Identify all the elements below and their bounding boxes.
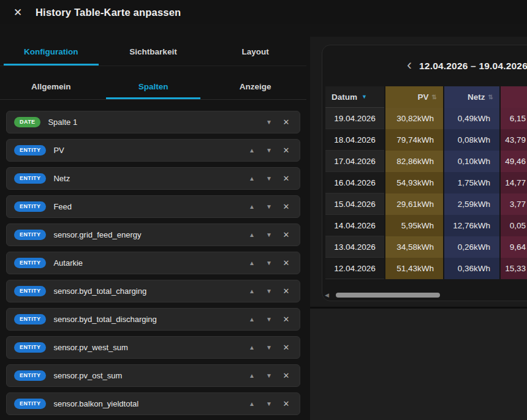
column-label: sensor.grid_feed_energy bbox=[53, 230, 141, 239]
cell-pv: 51,43kWh bbox=[384, 258, 443, 279]
cell-netz: 0,08kWh bbox=[443, 129, 499, 151]
date-badge: DATE bbox=[14, 117, 40, 127]
move-up-icon[interactable]: ▲ bbox=[243, 142, 260, 159]
header-feed[interactable]: Fe bbox=[499, 86, 527, 108]
entity-badge: ENTITY bbox=[14, 258, 46, 268]
column-label: sensor.byd_total_charging bbox=[53, 287, 146, 296]
cell-feed: 0,05 bbox=[499, 215, 527, 236]
close-icon[interactable]: ✕ bbox=[9, 4, 26, 21]
move-up-icon[interactable]: ▲ bbox=[243, 283, 260, 300]
subtab-anzeige[interactable]: Anzeige bbox=[204, 66, 306, 99]
move-down-icon[interactable]: ▼ bbox=[260, 311, 278, 328]
chevron-left-icon[interactable]: ‹ bbox=[407, 59, 412, 71]
cell-feed: 15,33 bbox=[499, 258, 527, 279]
date-range-label: 12.04.2026 – 19.04.2026 bbox=[419, 61, 527, 72]
table-row: 16.04.2026 54,93kWh 1,75kWh 14,77 bbox=[325, 172, 527, 193]
header-label: Netz bbox=[468, 92, 485, 102]
move-up-icon[interactable]: ▲ bbox=[243, 339, 260, 356]
config-panel: Konfiguration Sichtbarkeit Layout Allgem… bbox=[0, 24, 306, 420]
remove-icon[interactable]: ✕ bbox=[278, 255, 295, 272]
cell-pv: 54,93kWh bbox=[384, 172, 443, 193]
move-down-icon[interactable]: ▼ bbox=[260, 255, 278, 272]
remove-icon[interactable]: ✕ bbox=[278, 227, 295, 244]
column-row-entity: ENTITY Autarkie ▲ ▼ ✕ bbox=[6, 252, 300, 274]
column-row-entity: ENTITY sensor.byd_total_charging ▲ ▼ ✕ bbox=[6, 280, 300, 302]
cell-pv: 34,58kWh bbox=[384, 236, 443, 258]
move-down-icon[interactable]: ▼ bbox=[260, 396, 278, 413]
column-row-entity: ENTITY sensor.pv_west_sum ▲ ▼ ✕ bbox=[6, 336, 300, 359]
move-down-icon[interactable]: ▼ bbox=[260, 170, 278, 187]
header-label: PV bbox=[418, 92, 429, 102]
remove-icon[interactable]: ✕ bbox=[278, 396, 295, 413]
remove-icon[interactable]: ✕ bbox=[278, 311, 295, 328]
scrollbar-thumb[interactable] bbox=[336, 293, 440, 298]
cell-netz: 0,26kWh bbox=[443, 236, 499, 258]
move-up-icon[interactable]: ▲ bbox=[243, 311, 260, 328]
move-up-icon[interactable]: ▲ bbox=[243, 396, 260, 413]
remove-icon[interactable]: ✕ bbox=[278, 339, 295, 356]
column-row-entity: ENTITY sensor.byd_total_discharging ▲ ▼ … bbox=[6, 308, 300, 331]
move-down-icon[interactable]: ▼ bbox=[260, 283, 278, 300]
scroll-left-icon[interactable]: ◀ bbox=[325, 292, 332, 298]
move-up-icon[interactable]: ▲ bbox=[243, 255, 260, 272]
main-tabbar: Konfiguration Sichtbarkeit Layout bbox=[0, 24, 306, 66]
subtab-allgemein[interactable]: Allgemein bbox=[0, 66, 102, 99]
move-down-icon[interactable]: ▼ bbox=[260, 339, 278, 356]
cell-date: 13.04.2026 bbox=[325, 236, 384, 258]
table-row: 14.04.2026 5,95kWh 12,76kWh 0,05 bbox=[325, 215, 527, 236]
entity-badge: ENTITY bbox=[14, 342, 46, 353]
remove-icon[interactable]: ✕ bbox=[278, 198, 295, 216]
entity-badge: ENTITY bbox=[14, 286, 46, 296]
cell-date: 16.04.2026 bbox=[325, 172, 384, 193]
entity-badge: ENTITY bbox=[14, 370, 46, 381]
move-up-icon[interactable]: ▲ bbox=[243, 227, 260, 244]
entity-badge: ENTITY bbox=[14, 399, 46, 409]
move-down-icon[interactable]: ▼ bbox=[260, 227, 278, 244]
cell-feed: 3,77 bbox=[499, 193, 527, 215]
move-up-icon[interactable]: ▲ bbox=[243, 367, 260, 384]
cell-pv: 82,86kWh bbox=[384, 151, 443, 172]
cell-netz: 12,76kWh bbox=[443, 215, 499, 236]
subtab-spalten[interactable]: Spalten bbox=[102, 66, 205, 99]
preview-table: Datum ▼ PV ⇅ Netz ⇅ Fe 19.04.2026 30,82k… bbox=[325, 86, 527, 279]
date-range-row: ‹ 12.04.2026 – 19.04.2026 bbox=[322, 45, 527, 86]
remove-icon[interactable]: ✕ bbox=[278, 367, 295, 384]
move-up-icon[interactable]: ▲ bbox=[243, 170, 260, 187]
move-up-icon[interactable]: ▲ bbox=[243, 198, 260, 216]
header-datum[interactable]: Datum ▼ bbox=[325, 86, 384, 108]
move-down-icon[interactable]: ▼ bbox=[260, 114, 278, 131]
pane-bottom-area bbox=[310, 309, 527, 420]
cell-pv: 29,61kWh bbox=[384, 193, 443, 215]
cell-pv: 5,95kWh bbox=[384, 215, 443, 236]
entity-badge: ENTITY bbox=[14, 230, 46, 240]
table-row: 15.04.2026 29,61kWh 2,59kWh 3,77 bbox=[325, 193, 527, 215]
cell-netz: 0,10kWh bbox=[443, 151, 499, 172]
cell-date: 14.04.2026 bbox=[325, 215, 384, 236]
move-down-icon[interactable]: ▼ bbox=[260, 198, 278, 216]
move-down-icon[interactable]: ▼ bbox=[260, 367, 278, 384]
entity-badge: ENTITY bbox=[14, 173, 46, 184]
cell-netz: 0,36kWh bbox=[443, 258, 499, 279]
tab-layout[interactable]: Layout bbox=[204, 24, 306, 66]
remove-icon[interactable]: ✕ bbox=[278, 142, 295, 159]
tab-konfiguration[interactable]: Konfiguration bbox=[0, 24, 102, 66]
sub-tabbar: Allgemein Spalten Anzeige bbox=[0, 66, 306, 100]
column-row-entity: ENTITY sensor.grid_feed_energy ▲ ▼ ✕ bbox=[6, 223, 300, 246]
header-label: Datum bbox=[332, 92, 357, 102]
tab-sichtbarkeit[interactable]: Sichtbarkeit bbox=[102, 24, 205, 66]
header-pv[interactable]: PV ⇅ bbox=[384, 86, 443, 108]
header-netz[interactable]: Netz ⇅ bbox=[443, 86, 499, 108]
remove-icon[interactable]: ✕ bbox=[278, 114, 295, 131]
table-row: 19.04.2026 30,82kWh 0,49kWh 6,15 bbox=[325, 108, 527, 129]
column-row-entity: ENTITY Feed ▲ ▼ ✕ bbox=[6, 195, 300, 218]
column-label: sensor.balkon_yieldtotal bbox=[53, 399, 138, 408]
column-row-entity: ENTITY Netz ▲ ▼ ✕ bbox=[6, 167, 300, 190]
remove-icon[interactable]: ✕ bbox=[278, 283, 295, 300]
remove-icon[interactable]: ✕ bbox=[278, 170, 295, 187]
entity-badge: ENTITY bbox=[14, 201, 46, 212]
cell-feed: 14,77 bbox=[499, 172, 527, 193]
move-down-icon[interactable]: ▼ bbox=[260, 142, 278, 159]
cell-pv: 30,82kWh bbox=[384, 108, 443, 129]
cell-date: 19.04.2026 bbox=[325, 108, 384, 129]
cell-date: 15.04.2026 bbox=[325, 193, 384, 215]
